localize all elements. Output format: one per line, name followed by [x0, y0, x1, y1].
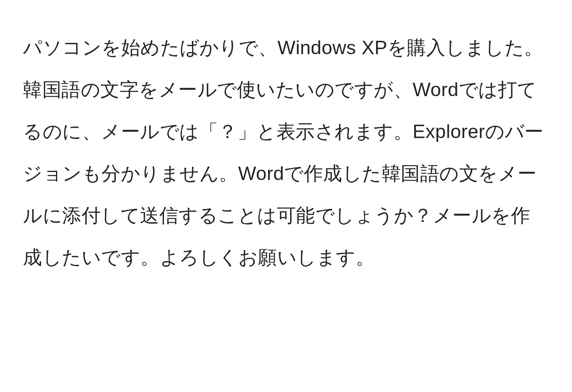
body-paragraph: パソコンを始めたばかりで、Windows XPを購入しました。韓国語の文字をメー…: [23, 27, 549, 278]
